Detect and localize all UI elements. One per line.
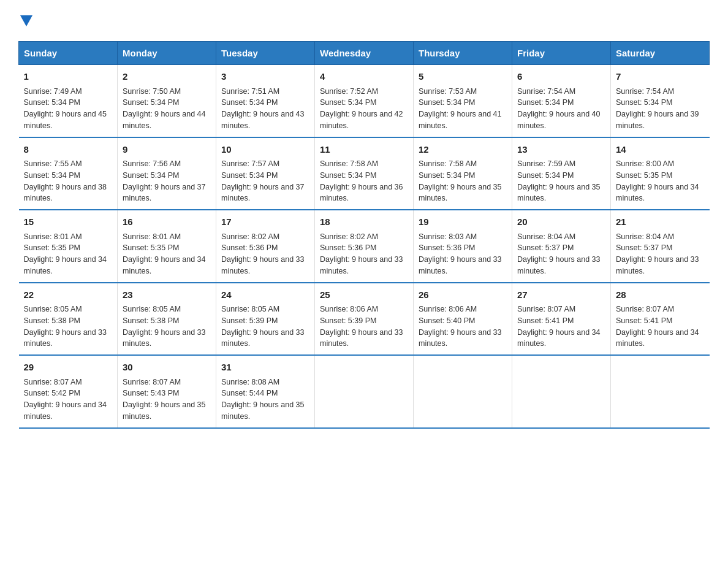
table-row: 24 Sunrise: 8:05 AM Sunset: 5:39 PM Dayl… bbox=[216, 283, 315, 356]
day-sunset: Sunset: 5:34 PM bbox=[123, 97, 211, 109]
day-number: 16 bbox=[123, 215, 211, 229]
table-row: 5 Sunrise: 7:53 AM Sunset: 5:34 PM Dayli… bbox=[414, 65, 512, 137]
day-sunrise: Sunrise: 7:59 AM bbox=[517, 158, 605, 170]
day-sunrise: Sunrise: 7:50 AM bbox=[123, 86, 211, 98]
day-sunset: Sunset: 5:34 PM bbox=[24, 170, 113, 182]
day-sunset: Sunset: 5:40 PM bbox=[419, 315, 507, 327]
day-sunset: Sunset: 5:37 PM bbox=[517, 242, 605, 254]
day-number: 24 bbox=[221, 288, 309, 302]
day-sunset: Sunset: 5:39 PM bbox=[221, 315, 309, 327]
day-number: 2 bbox=[123, 70, 211, 84]
day-daylight: Daylight: 9 hours and 34 minutes. bbox=[616, 327, 705, 350]
day-number: 25 bbox=[320, 288, 408, 302]
day-number: 17 bbox=[221, 215, 309, 229]
day-number: 7 bbox=[616, 70, 705, 84]
day-sunset: Sunset: 5:34 PM bbox=[221, 97, 309, 109]
table-row bbox=[414, 355, 512, 428]
day-sunset: Sunset: 5:36 PM bbox=[320, 242, 408, 254]
svg-marker-0 bbox=[20, 15, 32, 26]
col-wednesday: Wednesday bbox=[315, 42, 414, 65]
day-daylight: Daylight: 9 hours and 35 minutes. bbox=[123, 399, 211, 423]
col-monday: Monday bbox=[118, 42, 216, 65]
day-number: 3 bbox=[221, 70, 309, 84]
day-sunset: Sunset: 5:37 PM bbox=[616, 242, 705, 254]
day-daylight: Daylight: 9 hours and 40 minutes. bbox=[517, 109, 605, 132]
logo-icon bbox=[18, 12, 32, 29]
day-sunset: Sunset: 5:34 PM bbox=[616, 97, 705, 109]
calendar-week-row: 29 Sunrise: 8:07 AM Sunset: 5:42 PM Dayl… bbox=[19, 355, 710, 428]
day-number: 6 bbox=[517, 70, 605, 84]
table-row: 9 Sunrise: 7:56 AM Sunset: 5:34 PM Dayli… bbox=[118, 137, 216, 210]
day-sunset: Sunset: 5:34 PM bbox=[221, 170, 309, 182]
day-daylight: Daylight: 9 hours and 35 minutes. bbox=[221, 399, 309, 423]
day-sunrise: Sunrise: 8:02 AM bbox=[221, 231, 309, 243]
table-row: 7 Sunrise: 7:54 AM Sunset: 5:34 PM Dayli… bbox=[611, 65, 710, 137]
day-sunrise: Sunrise: 8:07 AM bbox=[123, 377, 211, 388]
day-daylight: Daylight: 9 hours and 45 minutes. bbox=[24, 109, 113, 132]
day-daylight: Daylight: 9 hours and 33 minutes. bbox=[616, 254, 705, 277]
day-daylight: Daylight: 9 hours and 33 minutes. bbox=[221, 327, 309, 350]
day-sunrise: Sunrise: 8:04 AM bbox=[517, 231, 605, 243]
day-daylight: Daylight: 9 hours and 34 minutes. bbox=[517, 327, 605, 350]
table-row: 6 Sunrise: 7:54 AM Sunset: 5:34 PM Dayli… bbox=[512, 65, 611, 137]
calendar-week-row: 1 Sunrise: 7:49 AM Sunset: 5:34 PM Dayli… bbox=[19, 65, 710, 137]
table-row: 30 Sunrise: 8:07 AM Sunset: 5:43 PM Dayl… bbox=[118, 355, 216, 428]
day-sunset: Sunset: 5:41 PM bbox=[517, 315, 605, 327]
day-sunrise: Sunrise: 8:07 AM bbox=[24, 377, 113, 388]
table-row: 3 Sunrise: 7:51 AM Sunset: 5:34 PM Dayli… bbox=[216, 65, 315, 137]
day-sunrise: Sunrise: 8:07 AM bbox=[616, 304, 705, 315]
day-daylight: Daylight: 9 hours and 38 minutes. bbox=[24, 182, 113, 205]
day-sunrise: Sunrise: 8:01 AM bbox=[24, 231, 113, 243]
table-row: 17 Sunrise: 8:02 AM Sunset: 5:36 PM Dayl… bbox=[216, 210, 315, 283]
day-sunset: Sunset: 5:35 PM bbox=[616, 170, 705, 182]
day-number: 9 bbox=[123, 143, 211, 157]
day-sunrise: Sunrise: 7:54 AM bbox=[616, 86, 705, 98]
day-daylight: Daylight: 9 hours and 34 minutes. bbox=[123, 254, 211, 277]
day-number: 19 bbox=[419, 215, 507, 229]
calendar-week-row: 22 Sunrise: 8:05 AM Sunset: 5:38 PM Dayl… bbox=[19, 283, 710, 356]
day-daylight: Daylight: 9 hours and 35 minutes. bbox=[517, 182, 605, 205]
day-number: 1 bbox=[24, 70, 113, 84]
day-sunset: Sunset: 5:34 PM bbox=[320, 97, 408, 109]
day-sunrise: Sunrise: 7:54 AM bbox=[517, 86, 605, 98]
day-sunrise: Sunrise: 8:06 AM bbox=[419, 304, 507, 315]
day-number: 12 bbox=[419, 143, 507, 157]
day-number: 31 bbox=[221, 361, 309, 375]
table-row: 28 Sunrise: 8:07 AM Sunset: 5:41 PM Dayl… bbox=[611, 283, 710, 356]
table-row: 10 Sunrise: 7:57 AM Sunset: 5:34 PM Dayl… bbox=[216, 137, 315, 210]
table-row: 21 Sunrise: 8:04 AM Sunset: 5:37 PM Dayl… bbox=[611, 210, 710, 283]
day-daylight: Daylight: 9 hours and 36 minutes. bbox=[320, 182, 408, 205]
table-row bbox=[512, 355, 611, 428]
table-row: 23 Sunrise: 8:05 AM Sunset: 5:38 PM Dayl… bbox=[118, 283, 216, 356]
day-sunset: Sunset: 5:38 PM bbox=[24, 315, 113, 327]
col-thursday: Thursday bbox=[414, 42, 512, 65]
day-sunset: Sunset: 5:34 PM bbox=[123, 170, 211, 182]
calendar-week-row: 8 Sunrise: 7:55 AM Sunset: 5:34 PM Dayli… bbox=[19, 137, 710, 210]
day-number: 20 bbox=[517, 215, 605, 229]
day-sunset: Sunset: 5:34 PM bbox=[419, 170, 507, 182]
day-number: 28 bbox=[616, 288, 705, 302]
day-sunrise: Sunrise: 7:58 AM bbox=[419, 158, 507, 170]
calendar-table: Sunday Monday Tuesday Wednesday Thursday… bbox=[18, 41, 710, 429]
day-daylight: Daylight: 9 hours and 33 minutes. bbox=[320, 254, 408, 277]
table-row: 19 Sunrise: 8:03 AM Sunset: 5:36 PM Dayl… bbox=[414, 210, 512, 283]
day-daylight: Daylight: 9 hours and 35 minutes. bbox=[419, 182, 507, 205]
day-sunrise: Sunrise: 8:05 AM bbox=[24, 304, 113, 315]
day-number: 30 bbox=[123, 361, 211, 375]
table-row: 11 Sunrise: 7:58 AM Sunset: 5:34 PM Dayl… bbox=[315, 137, 414, 210]
day-sunset: Sunset: 5:36 PM bbox=[419, 242, 507, 254]
day-sunset: Sunset: 5:42 PM bbox=[24, 388, 113, 399]
day-daylight: Daylight: 9 hours and 33 minutes. bbox=[419, 254, 507, 277]
day-sunrise: Sunrise: 8:03 AM bbox=[419, 231, 507, 243]
day-sunrise: Sunrise: 8:04 AM bbox=[616, 231, 705, 243]
day-sunrise: Sunrise: 8:01 AM bbox=[123, 231, 211, 243]
day-sunset: Sunset: 5:41 PM bbox=[616, 315, 705, 327]
table-row: 14 Sunrise: 8:00 AM Sunset: 5:35 PM Dayl… bbox=[611, 137, 710, 210]
table-row: 12 Sunrise: 7:58 AM Sunset: 5:34 PM Dayl… bbox=[414, 137, 512, 210]
day-daylight: Daylight: 9 hours and 34 minutes. bbox=[24, 254, 113, 277]
table-row: 13 Sunrise: 7:59 AM Sunset: 5:34 PM Dayl… bbox=[512, 137, 611, 210]
day-number: 4 bbox=[320, 70, 408, 84]
day-daylight: Daylight: 9 hours and 43 minutes. bbox=[221, 109, 309, 132]
logo-triangle-icon bbox=[20, 15, 32, 26]
calendar-header-row: Sunday Monday Tuesday Wednesday Thursday… bbox=[19, 42, 710, 65]
